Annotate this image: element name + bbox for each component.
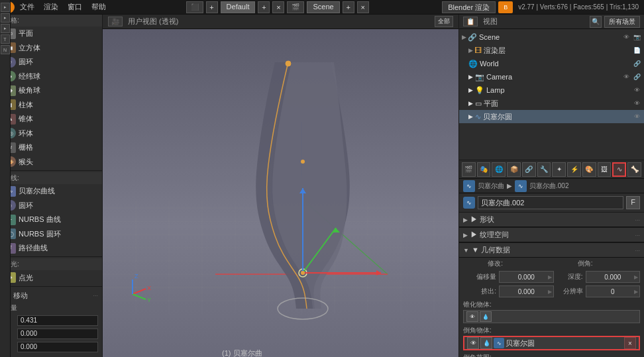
taper-field[interactable]: 👁 💧: [463, 310, 640, 323]
tool-monkey[interactable]: 🐵 猴头: [0, 155, 102, 170]
all-scenes-btn[interactable]: 所有场景: [604, 16, 640, 28]
tool-nurbs[interactable]: ~ NURBS 曲线: [0, 213, 102, 227]
viewport[interactable]: 🎥 用户视图 (透视) 全部: [103, 15, 458, 357]
viewport-canvas[interactable]: X Y Z (1) 贝塞尔曲: [103, 29, 458, 357]
tool-grid[interactable]: # 栅格: [0, 140, 102, 155]
shape-section: ▶ ▶ 形状 ···: [459, 213, 644, 228]
close-tab-btn-1[interactable]: ×: [272, 1, 284, 13]
tool-bezier[interactable]: ∿ 贝塞尔曲线: [0, 184, 102, 199]
breadcrumb-icon-1[interactable]: ∿: [463, 180, 475, 192]
bevel-object-field[interactable]: 👁 💧 ∿ 贝塞尔圆 ×: [463, 336, 640, 350]
tool-point-lamp[interactable]: ✦ 点光: [0, 270, 102, 285]
outliner-item-renderlayer[interactable]: ▶ 🎞 渲染层 📄: [459, 44, 644, 57]
world-link-icon[interactable]: 🔗: [632, 59, 641, 68]
tex-title-text: ▶ 纹理空间: [470, 230, 509, 240]
offset-label: 偏移量: [463, 272, 496, 281]
mesh-section-label: 网格:: [0, 15, 102, 26]
tool-circle[interactable]: ○ 圆环: [0, 55, 102, 70]
tab-default[interactable]: Default: [221, 1, 256, 13]
depth-field[interactable]: 0.000 ▶: [586, 271, 641, 283]
taper-dropper[interactable]: 💧: [480, 311, 492, 322]
breadcrumb-item-2[interactable]: 贝塞尔曲.002: [529, 181, 568, 191]
editor-type-3dview[interactable]: ⬛: [186, 1, 203, 13]
tool-plane[interactable]: ▭ 平面: [0, 26, 102, 41]
prop-btn-object[interactable]: 📦: [507, 162, 521, 177]
cam-restrict[interactable]: 🔗: [632, 72, 641, 81]
prop-btn-texture[interactable]: 🖼: [598, 162, 612, 177]
prop-btn-constraints[interactable]: 🔗: [522, 162, 536, 177]
tool-cube[interactable]: ◼ 立方体: [0, 41, 102, 56]
eye-icon-lamp[interactable]: 👁: [632, 85, 641, 95]
close-tab-btn-2[interactable]: ×: [357, 1, 369, 13]
strip-btn-5[interactable]: N: [1, 45, 10, 54]
outliner-item-camera[interactable]: ▶ 📷 Camera 👁 🔗: [459, 70, 644, 83]
add-area-btn[interactable]: +: [206, 1, 218, 13]
geometry-section-title[interactable]: ▼ ▼ 几何数据 ···: [459, 243, 644, 258]
breadcrumb-item-1[interactable]: 贝塞尔曲: [478, 181, 504, 191]
blender-icon: B: [498, 1, 513, 13]
renderlayer-icon[interactable]: 📄: [632, 46, 641, 55]
bevel-remove-btn[interactable]: ×: [624, 337, 636, 349]
tab-scene[interactable]: Scene: [307, 1, 339, 13]
right-panel: 📋 视图 🔍 所有场景 ▶ 🔗 Scene 👁 📷: [458, 15, 644, 357]
extrude-field[interactable]: 0.000 ▶: [499, 285, 554, 297]
prop-btn-data[interactable]: ∿: [612, 162, 626, 177]
tool-curve-circle[interactable]: ○ 圆环: [0, 198, 102, 213]
taper-eye[interactable]: 👁: [466, 311, 478, 322]
tool-cone[interactable]: ▲ 锥体: [0, 112, 102, 127]
add-tab-btn-1[interactable]: +: [258, 1, 270, 13]
prop-btn-bone[interactable]: 🦴: [627, 162, 641, 177]
add-tab-btn-2[interactable]: +: [343, 1, 354, 13]
menu-help[interactable]: 帮助: [87, 1, 110, 13]
prop-btn-material[interactable]: 🎨: [582, 162, 596, 177]
prop-btn-physics[interactable]: ⚡: [567, 162, 581, 177]
tool-uvsphere[interactable]: ● 经纬球: [0, 70, 102, 84]
strip-btn-2[interactable]: ▸: [1, 13, 10, 23]
object-name-input[interactable]: [478, 196, 623, 209]
outliner-search-btn[interactable]: 🔍: [590, 16, 602, 28]
bevel-eye-btn[interactable]: 👁: [467, 337, 479, 349]
eye-icon-bezier[interactable]: 👁: [632, 112, 641, 121]
resolution-field[interactable]: 0 ▶: [586, 285, 641, 297]
menu-window[interactable]: 窗口: [64, 1, 86, 13]
tool-path[interactable]: ⤴ 路径曲线: [0, 241, 102, 256]
view-all-btn[interactable]: 全部: [435, 16, 453, 27]
tool-icosphere[interactable]: ◆ 棱角球: [0, 83, 102, 98]
menu-render[interactable]: 渲染: [40, 1, 62, 13]
prop-btn-modifier[interactable]: 🔧: [537, 162, 551, 177]
object-name-row: ∿ F: [459, 193, 644, 213]
bevel-dropper-btn[interactable]: 💧: [480, 337, 492, 349]
z-value[interactable]: 0.000: [17, 342, 98, 352]
menu-file[interactable]: 文件: [16, 1, 38, 13]
y-value[interactable]: 0.000: [17, 329, 98, 339]
render-engine-selector[interactable]: Blender 渲染: [442, 1, 496, 13]
tool-nurbs-circle[interactable]: ◯ NURBS 圆环: [0, 227, 102, 241]
strip-btn-1[interactable]: ▸: [1, 3, 10, 12]
strip-btn-4[interactable]: T: [1, 34, 10, 44]
outliner-item-scene[interactable]: ▶ 🔗 Scene 👁 📷: [459, 30, 644, 44]
outliner-item-lamp[interactable]: ▶ 💡 Lamp 👁: [459, 83, 644, 97]
viewport-editor-type[interactable]: 🎥: [108, 17, 123, 26]
tool-cylinder[interactable]: ▮ 柱体: [0, 98, 102, 113]
shape-section-title[interactable]: ▶ ▶ 形状 ···: [459, 213, 644, 227]
x-value[interactable]: 0.431: [17, 315, 98, 326]
prop-btn-world[interactable]: 🌐: [492, 162, 506, 177]
fake-user-btn[interactable]: F: [626, 196, 640, 209]
outliner-editor-type[interactable]: 📋: [463, 17, 478, 26]
outliner-item-world[interactable]: 🌐 World 🔗: [459, 57, 644, 70]
eye-icon-scene[interactable]: 👁: [621, 32, 631, 42]
offset-field[interactable]: 0.000 ▶: [499, 271, 554, 283]
strip-btn-3[interactable]: ▸: [1, 24, 10, 33]
outliner-item-bezier[interactable]: ▶ ∿ 贝塞尔圆 👁: [459, 110, 644, 123]
cam-icon-scene[interactable]: 📷: [632, 32, 641, 42]
texture-space-title[interactable]: ▶ ▶ 纹理空间 ···: [459, 228, 644, 242]
prop-btn-scene[interactable]: 🎭: [477, 162, 491, 177]
tool-torus[interactable]: ◎ 环体: [0, 127, 102, 141]
taper-label: 锥化物体:: [463, 300, 640, 309]
eye-icon-cam[interactable]: 👁: [621, 72, 631, 81]
prop-btn-particles[interactable]: ✦: [552, 162, 566, 177]
editor-type-scene[interactable]: 🎬: [287, 1, 304, 13]
eye-icon-plane[interactable]: 👁: [632, 99, 641, 108]
outliner-item-plane[interactable]: ▶ ▭ 平面 👁: [459, 97, 644, 110]
prop-btn-render[interactable]: 🎬: [462, 162, 476, 177]
